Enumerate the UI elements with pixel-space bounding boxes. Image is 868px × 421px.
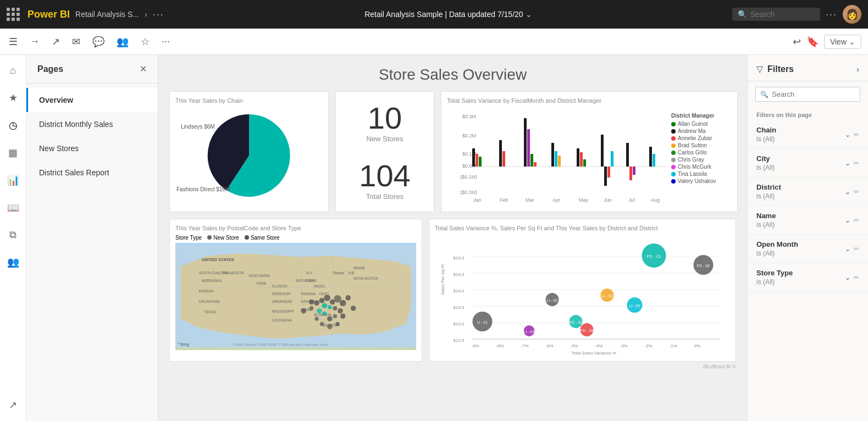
filter-district-chevron[interactable]: ⌄ (845, 188, 850, 196)
svg-text:Feb: Feb (500, 197, 508, 203)
chevron-down-icon[interactable]: ⌄ (526, 10, 532, 19)
kpi-new-stores-label: New Stores (366, 135, 403, 143)
svg-point-89 (301, 308, 307, 314)
kpi-new-stores-value: 10 (366, 103, 403, 134)
global-search-box[interactable]: 🔍 (732, 8, 820, 21)
svg-point-86 (323, 312, 327, 316)
filter-item-city[interactable]: City is (All) ⌄ ✏ (748, 149, 868, 178)
page-item-district-sales[interactable]: District Sales Report (26, 160, 158, 185)
svg-text:OKLAHOMA: OKLAHOMA (199, 300, 220, 303)
svg-point-92 (351, 306, 356, 311)
page-item-overview[interactable]: Overview (26, 88, 158, 112)
page-item-new-stores[interactable]: New Stores (26, 136, 158, 160)
svg-point-79 (340, 300, 346, 306)
page-item-district-monthly[interactable]: District Monthly Sales (26, 112, 158, 136)
svg-rect-18 (558, 156, 561, 167)
avatar[interactable]: 👩 (843, 5, 861, 24)
filter-city-edit[interactable]: ✏ (854, 159, 859, 167)
sidebar-favorite-icon[interactable]: ★ (5, 88, 21, 107)
filter-name-edit[interactable]: ✏ (854, 217, 859, 224)
filter-district-edit[interactable]: ✏ (854, 188, 859, 196)
bubble-chart-card[interactable]: Total Sales Variance %, Sales Per Sq Ft … (429, 219, 736, 362)
sidebar-workspace-icon[interactable]: ⧉ (6, 226, 20, 244)
svg-rect-23 (604, 167, 607, 186)
bar-chart-title: Total Sales Variance by FiscalMonth and … (447, 97, 732, 104)
svg-text:LI - 03: LI - 03 (602, 294, 613, 298)
svg-text:$0.3M: $0.3M (462, 114, 476, 119)
svg-text:© 2020 TomTom © 2020 HERE, © 2: © 2020 TomTom © 2020 HERE, © 2020 Micros… (233, 343, 329, 346)
export-icon[interactable]: ↗ (49, 34, 62, 50)
undo-button[interactable]: ↩ (793, 36, 801, 48)
svg-text:$13.5: $13.5 (454, 305, 465, 310)
filter-chain-chevron[interactable]: ⌄ (845, 131, 850, 139)
map-chart-card[interactable]: This Year Sales by PostalCode and Store … (169, 219, 422, 362)
svg-rect-25 (611, 151, 613, 167)
toggle-sidebar-icon[interactable]: ☰ (7, 34, 20, 50)
kpi-total-stores-value: 104 (359, 160, 410, 191)
filter-item-open-month[interactable]: Open Month is (All) ⌄ ✏ (748, 235, 868, 263)
bookmark-button[interactable]: 🔖 (806, 36, 819, 48)
svg-text:ILLINOIS: ILLINOIS (272, 284, 288, 288)
sidebar-learn-icon[interactable]: 📖 (4, 198, 23, 217)
filter-store-type-chevron[interactable]: ⌄ (845, 274, 850, 281)
breadcrumb[interactable]: Retail Analysis S... (75, 10, 139, 19)
filter-store-type-edit[interactable]: ✏ (854, 274, 859, 281)
filter-open-month-chevron[interactable]: ⌄ (845, 245, 850, 253)
svg-text:NEBRASKA: NEBRASKA (202, 279, 222, 282)
teams-icon[interactable]: 👥 (114, 34, 131, 50)
svg-rect-30 (653, 154, 655, 167)
filter-item-name[interactable]: Name is (All) ⌄ ✏ (748, 206, 868, 235)
svg-text:$14.5: $14.5 (454, 272, 465, 277)
svg-text:$12.5: $12.5 (454, 338, 465, 343)
svg-rect-10 (499, 140, 502, 167)
filter-item-chain[interactable]: Chain is (All) ⌄ ✏ (748, 120, 868, 149)
filter-open-month-edit[interactable]: ✏ (854, 245, 859, 253)
sidebar-recent-icon[interactable]: ◷ (5, 116, 21, 135)
comment-icon[interactable]: 💬 (90, 34, 107, 50)
sidebar-home-icon[interactable]: ⌂ (7, 62, 19, 80)
svg-text:LI - 02: LI - 02 (547, 298, 558, 302)
filters-search-box[interactable]: 🔍 (755, 87, 860, 102)
map-visual[interactable]: SOUTH DAKOTA NEBRASKA KANSAS MINNESOTA W… (175, 243, 416, 350)
app-launcher[interactable] (7, 8, 20, 21)
svg-text:KANSAS: KANSAS (199, 289, 214, 293)
svg-text:-3%: -3% (620, 344, 628, 348)
sidebar-expand-icon[interactable]: ↗ (5, 396, 20, 414)
svg-point-85 (338, 308, 343, 314)
kpi-card: 10 New Stores 104 Total Stores (335, 91, 434, 212)
email-icon[interactable]: ✉ (70, 34, 82, 50)
filter-item-district[interactable]: District is (All) ⌄ ✏ (748, 178, 868, 206)
bar-chart-card[interactable]: Total Sales Variance by FiscalMonth and … (441, 91, 738, 212)
filters-header: ▽ Filters › (748, 55, 868, 81)
svg-point-72 (319, 298, 325, 303)
filter-city-chevron[interactable]: ⌄ (845, 159, 850, 167)
toolbar: ☰ → ↗ ✉ 💬 👥 ☆ ··· ↩ 🔖 View ⌄ (0, 29, 868, 55)
report-footer: db.vlEnce llc © (169, 364, 736, 369)
nav-more-button[interactable]: ··· (826, 9, 837, 20)
svg-text:N.B.: N.B. (348, 271, 355, 275)
filters-search-input[interactable] (772, 90, 855, 98)
sidebar-apps-icon[interactable]: ▦ (5, 143, 21, 162)
more-toolbar-icon[interactable]: ··· (159, 34, 172, 49)
filter-chain-edit[interactable]: ✏ (854, 131, 859, 139)
pages-close-button[interactable]: ✕ (140, 64, 147, 74)
sidebar-metrics-icon[interactable]: 📊 (4, 171, 23, 190)
left-sidebar: ⌂ ★ ◷ ▦ 📊 📖 ⧉ 👥 ↗ (0, 55, 26, 421)
view-button[interactable]: View ⌄ (824, 35, 861, 49)
bubble-chart-title: Total Sales Variance %, Sales Per Sq Ft … (435, 225, 730, 231)
svg-text:LI - 05: LI - 05 (629, 304, 640, 308)
svg-point-84 (309, 306, 314, 311)
filter-name-chevron[interactable]: ⌄ (845, 217, 850, 224)
reading-view-icon[interactable]: → (27, 34, 42, 49)
filter-item-store-type[interactable]: Store Type is (All) ⌄ ✏ (748, 263, 868, 292)
favorite-icon[interactable]: ☆ (139, 34, 152, 50)
svg-text:Apr: Apr (552, 197, 560, 203)
svg-rect-14 (530, 154, 533, 167)
svg-text:Jan: Jan (473, 197, 482, 203)
pie-chart-card[interactable]: This Year Sales by Chain Lindseys $6M Fa… (169, 91, 329, 212)
breadcrumb-more[interactable]: ··· (153, 9, 164, 20)
svg-text:FD - 01: FD - 01 (646, 254, 661, 259)
global-search-input[interactable] (750, 10, 811, 19)
sidebar-admin-icon[interactable]: 👥 (4, 253, 23, 272)
filters-expand-button[interactable]: › (856, 65, 859, 74)
